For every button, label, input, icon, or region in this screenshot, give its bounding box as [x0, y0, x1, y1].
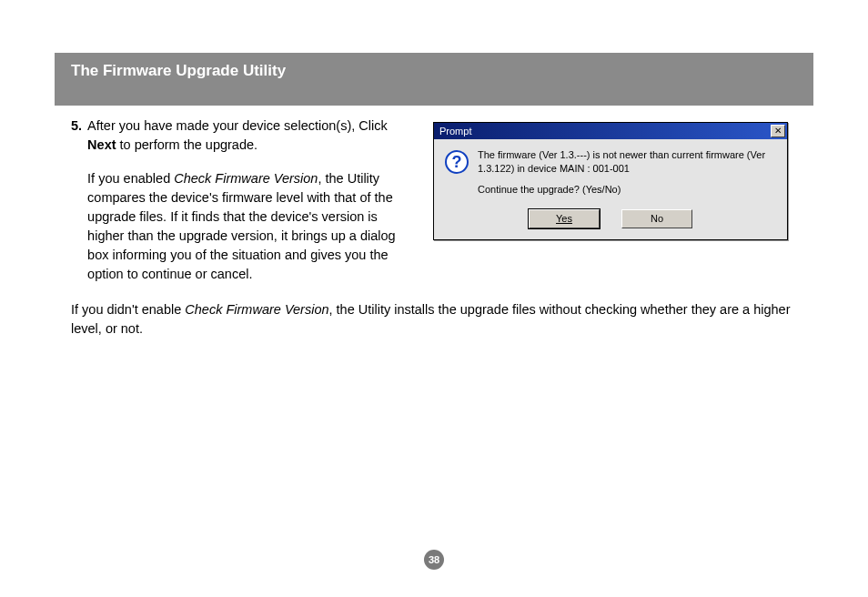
- step-number: 5.: [71, 116, 82, 284]
- dialog-title: Prompt: [439, 126, 471, 137]
- no-button[interactable]: No: [621, 209, 692, 228]
- dialog-screenshot: Prompt ✕ ? The firmware (Ver 1.3.---) is…: [433, 116, 797, 284]
- dialog-line2: Continue the upgrade? (Yes/No): [478, 183, 776, 197]
- yes-button[interactable]: Yes: [529, 209, 600, 228]
- step-p1: After you have made your device selectio…: [87, 116, 417, 155]
- dialog-button-row: Yes No: [434, 204, 787, 239]
- dialog-titlebar: Prompt ✕: [434, 123, 787, 139]
- page-number: 38: [424, 550, 444, 570]
- content-row: 5. After you have made your device selec…: [55, 116, 813, 284]
- dialog-line1: The firmware (Ver 1.3.---) is not newer …: [478, 148, 776, 176]
- instruction-text: 5. After you have made your device selec…: [71, 116, 417, 284]
- step-5: 5. After you have made your device selec…: [71, 116, 417, 284]
- section-header: The Firmware Upgrade Utility: [55, 53, 813, 106]
- dialog-body: ? The firmware (Ver 1.3.---) is not newe…: [434, 139, 787, 204]
- close-icon[interactable]: ✕: [771, 125, 785, 137]
- question-icon: ?: [445, 150, 469, 174]
- section-title: The Firmware Upgrade Utility: [71, 62, 286, 79]
- next-keyword: Next: [87, 137, 116, 152]
- check-fw-keyword-2: Check Firmware Version: [185, 302, 328, 317]
- prompt-dialog: Prompt ✕ ? The firmware (Ver 1.3.---) is…: [433, 122, 788, 240]
- bottom-paragraph: If you didn't enable Check Firmware Vers…: [55, 284, 813, 339]
- dialog-text: The firmware (Ver 1.3.---) is not newer …: [478, 148, 776, 197]
- step-p2: If you enabled Check Firmware Version, t…: [87, 169, 417, 284]
- step-body: After you have made your device selectio…: [87, 116, 417, 284]
- check-fw-keyword: Check Firmware Version: [174, 171, 318, 186]
